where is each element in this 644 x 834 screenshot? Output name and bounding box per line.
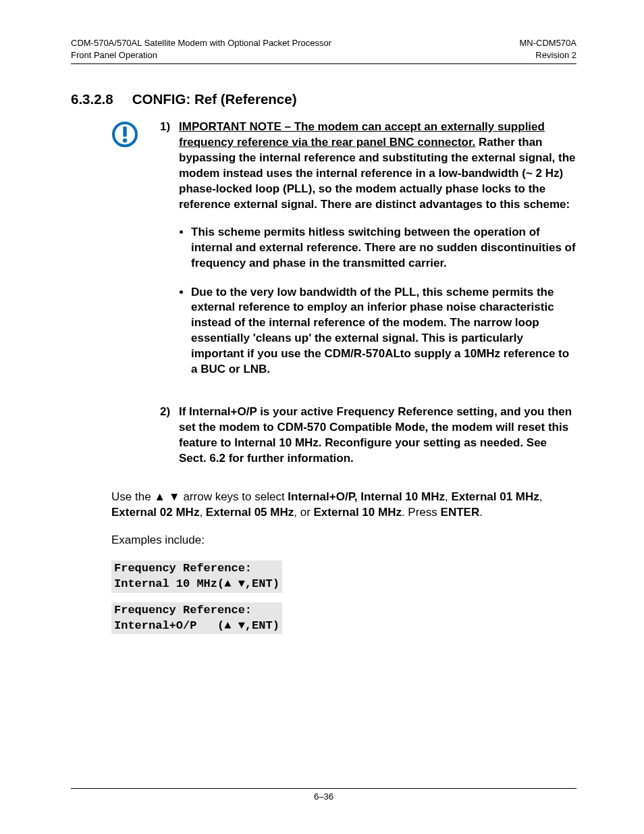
header-product: CDM-570A/570AL Satellite Modem with Opti…	[71, 37, 331, 49]
header-revision: Revision 2	[519, 49, 576, 61]
header-section: Front Panel Operation	[71, 49, 331, 61]
ordered-item-1: 1) IMPORTANT NOTE – The modem can accept…	[160, 120, 576, 391]
p-seg-f: External 02 MHz	[111, 506, 199, 519]
header-right: MN-CDM570A Revision 2	[519, 37, 576, 61]
page-footer: 6–36	[71, 788, 576, 802]
p-seg-b: Internal+O/P, Internal 10 MHz	[288, 490, 445, 503]
ordered-item-2: 2) If Internal+O/P is your active Freque…	[160, 405, 576, 467]
code-example-2: Frequency Reference: Internal+O/P (▲ ▼,E…	[111, 602, 282, 635]
header-left: CDM-570A/570AL Satellite Modem with Opti…	[71, 37, 331, 61]
ordered-num-2: 2)	[160, 405, 179, 467]
ordered-text-2: If Internal+O/P is your active Frequency…	[179, 405, 576, 467]
bullet-2: Due to the very low bandwidth of the PLL…	[191, 285, 576, 378]
ordered-num-1: 1)	[160, 120, 179, 391]
code-example-2-wrap: Frequency Reference: Internal+O/P (▲ ▼,E…	[71, 602, 576, 635]
bullet-1: This scheme permits hitless switching be…	[191, 225, 576, 271]
p-seg-d: External 01 MHz	[451, 490, 539, 503]
svg-rect-1	[123, 127, 126, 137]
p-seg-m: .	[479, 506, 483, 519]
usage-paragraph: Use the ▲ ▼ arrow keys to select Interna…	[111, 490, 576, 521]
important-note-block: 1) IMPORTANT NOTE – The modem can accept…	[111, 120, 576, 480]
header-docnum: MN-CDM570A	[519, 37, 576, 49]
p-seg-c: ,	[445, 490, 451, 503]
section-heading: 6.3.2.8 CONFIG: Ref (Reference)	[71, 91, 576, 107]
ordered-text-1: IMPORTANT NOTE – The modem can accept an…	[179, 120, 576, 391]
p-seg-j: External 10 MHz	[314, 506, 402, 519]
p-seg-k: . Press	[402, 506, 441, 519]
note-body: 1) IMPORTANT NOTE – The modem can accept…	[160, 120, 576, 480]
section-title: CONFIG: Ref (Reference)	[132, 91, 297, 107]
p-seg-a: Use the ▲ ▼ arrow keys to select	[111, 490, 288, 503]
icon-column	[111, 120, 160, 480]
p-seg-h: External 05 MHz	[206, 506, 294, 519]
section-number: 6.3.2.8	[71, 91, 113, 107]
bullet-list: This scheme permits hitless switching be…	[191, 225, 576, 377]
p-seg-i: , or	[294, 506, 313, 519]
alert-icon	[111, 121, 138, 148]
p-seg-e: ,	[539, 490, 543, 503]
page-header: CDM-570A/570AL Satellite Modem with Opti…	[71, 37, 576, 64]
page: CDM-570A/570AL Satellite Modem with Opti…	[0, 0, 644, 834]
code-example-1: Frequency Reference: Internal 10 MHz(▲ ▼…	[111, 561, 282, 593]
examples-label: Examples include:	[111, 533, 576, 548]
page-number: 6–36	[314, 791, 333, 802]
p-seg-g: ,	[199, 506, 205, 519]
code-example-1-wrap: Frequency Reference: Internal 10 MHz(▲ ▼…	[71, 561, 576, 593]
svg-point-2	[123, 138, 127, 142]
p-seg-l: ENTER	[441, 506, 480, 519]
